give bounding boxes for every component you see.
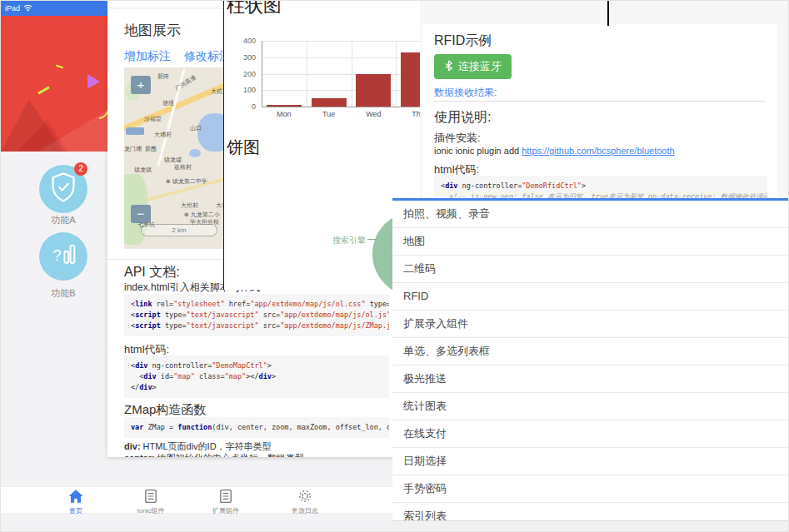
x-tick-label: Mon xyxy=(262,110,307,118)
banner-sliver xyxy=(37,86,49,94)
map-label: 大坦村 xyxy=(181,201,198,210)
gridline xyxy=(262,90,421,91)
status-bar: iPad xyxy=(1,1,107,16)
list-item[interactable]: 手势密码 xyxy=(392,475,789,503)
zmap-param: center: 地图初始化的中心点坐标，数组类型 xyxy=(124,452,304,457)
map-label: 汾福堂 xyxy=(144,115,162,123)
bar-chart: 0100200300400MonTueWedThu xyxy=(224,1,421,126)
gridline xyxy=(307,41,307,107)
map-panel-title: 地图展示 xyxy=(124,21,181,40)
tab-ext-components[interactable]: 扩展组件 xyxy=(197,489,255,515)
shield-check-icon xyxy=(49,172,77,206)
list-item[interactable]: 单选、多选列表框 xyxy=(392,338,789,365)
list-item[interactable]: 扩展录入组件 xyxy=(392,311,789,338)
feature-label: 功能A xyxy=(13,214,113,226)
map-label: 新田 xyxy=(157,72,169,81)
api-doc-heading: API 文档: xyxy=(124,264,180,281)
divider xyxy=(434,101,766,102)
y-tick-label: 200 xyxy=(227,70,256,78)
map-label: 广河高速 xyxy=(174,73,198,93)
components-icon xyxy=(218,492,233,506)
cursor-artifact xyxy=(607,1,609,26)
tab-label: 更改日志 xyxy=(276,506,334,515)
gridline xyxy=(262,107,421,107)
map-zoom-in-button[interactable]: + xyxy=(131,76,151,94)
app-banner xyxy=(1,16,107,152)
code-block-includes: <link rel="stylesheet" href="app/extdemo… xyxy=(124,294,389,336)
gear-icon xyxy=(297,492,312,506)
home-icon xyxy=(67,492,84,506)
connect-bluetooth-button[interactable]: 连接蓝牙 xyxy=(434,54,512,79)
bar-Tue xyxy=(312,98,347,107)
gridline xyxy=(352,41,352,107)
list-item[interactable]: 统计图表 xyxy=(392,393,789,420)
x-tick-label: Tue xyxy=(307,110,352,118)
param-name: center: xyxy=(124,453,155,457)
list-item[interactable]: 在线支付 xyxy=(392,420,789,448)
gridline xyxy=(262,41,421,42)
map-label: 学大坦分校 xyxy=(190,218,219,226)
param-desc: 地图初始化的中心点坐标，数组类型 xyxy=(155,453,304,457)
screenshot: iPad 2 功能A ? 功能B 首页Ionic组件扩展组件更改日志 地图展示 … xyxy=(0,0,789,532)
code-block-html: <div ng-controller="DemoMapCtrl"> <div i… xyxy=(124,355,389,398)
map-label: 大埔村 xyxy=(154,131,172,139)
zmap-params: div: HTML页面div的ID，字符串类型center: 地图初始化的中心点… xyxy=(124,440,304,457)
connect-bluetooth-label: 连接蓝牙 xyxy=(458,59,502,74)
map-label: 大杭 xyxy=(211,87,222,96)
component-list-panel: 拍照、视频、录音地图二维码RFID扩展录入组件单选、多选列表框极光推送统计图表在… xyxy=(392,198,789,532)
carrier-label: iPad xyxy=(5,4,20,12)
gridline xyxy=(262,74,421,75)
list-item[interactable]: 拍照、视频、录音 xyxy=(392,201,789,228)
pie-chart-title: 饼图 xyxy=(227,137,260,159)
wifi-icon xyxy=(23,4,32,13)
tab-ionic-components[interactable]: Ionic组件 xyxy=(122,489,180,515)
map-action-link[interactable]: 增加标注 xyxy=(124,49,171,64)
data-result-label: 数据接收结果: xyxy=(434,86,497,100)
pie-callout-line xyxy=(367,239,377,240)
param-desc: HTML页面div的ID，字符串类型 xyxy=(141,441,272,451)
gridline xyxy=(396,41,397,107)
gridline xyxy=(262,41,262,107)
map-label: 山口 xyxy=(190,124,202,132)
tab-bar: 首页Ionic组件扩展组件更改日志 xyxy=(1,486,403,513)
water-shape xyxy=(189,149,201,157)
bar-Wed xyxy=(356,74,391,107)
notification-badge: 2 xyxy=(74,162,87,176)
components-icon xyxy=(143,492,158,506)
list-item[interactable]: 地图 xyxy=(392,228,789,256)
list-item[interactable]: RFID xyxy=(392,283,789,311)
zmap-param: div: HTML页面div的ID，字符串类型 xyxy=(124,440,304,452)
list-item[interactable]: 二维码 xyxy=(392,256,789,283)
pie-slice-label: 搜索引擎 xyxy=(332,235,366,246)
map-label: 七水坑 xyxy=(137,221,155,229)
tab-home[interactable]: 首页 xyxy=(47,489,105,515)
list-item[interactable]: 极光推送 xyxy=(392,365,789,393)
x-tick-label: Thu xyxy=(396,110,421,118)
tab-changelog[interactable]: 更改日志 xyxy=(276,489,334,515)
question-stats-icon: ? xyxy=(49,241,77,272)
feature-button-b[interactable]: ? xyxy=(39,232,87,281)
list-item[interactable]: 日期选择 xyxy=(392,448,789,475)
svg-text:?: ? xyxy=(52,246,61,264)
y-tick-label: 300 xyxy=(227,53,256,62)
tab-label: Ionic组件 xyxy=(122,506,180,515)
install-heading: 插件安装: xyxy=(434,131,481,146)
x-tick-label: Wed xyxy=(352,110,397,118)
y-tick-label: 400 xyxy=(227,37,256,45)
chart-window: 柱状图 0100200300400MonTueWedThu 饼图 搜索引擎 xyxy=(223,1,421,290)
feature-label: 功能B xyxy=(13,287,113,300)
map-overlay-rect xyxy=(126,127,144,135)
banner-triangle xyxy=(87,74,100,89)
gridline xyxy=(262,57,421,58)
tab-label: 扩展组件 xyxy=(197,506,255,515)
y-tick-label: 0 xyxy=(227,102,256,111)
zmap-heading: ZMap构造函数 xyxy=(124,402,206,418)
param-name: div: xyxy=(124,441,141,451)
map-label: 龙门埔 xyxy=(124,145,142,153)
bar-Thu xyxy=(401,52,421,107)
map-label: 塘境 xyxy=(162,99,174,107)
install-command-prefix: ionic ionic plugin add xyxy=(434,146,522,156)
list-footer xyxy=(392,520,789,532)
bluetooth-icon xyxy=(444,60,453,74)
github-link[interactable]: https://github.com/bcsphere/bluetooth xyxy=(522,146,674,156)
